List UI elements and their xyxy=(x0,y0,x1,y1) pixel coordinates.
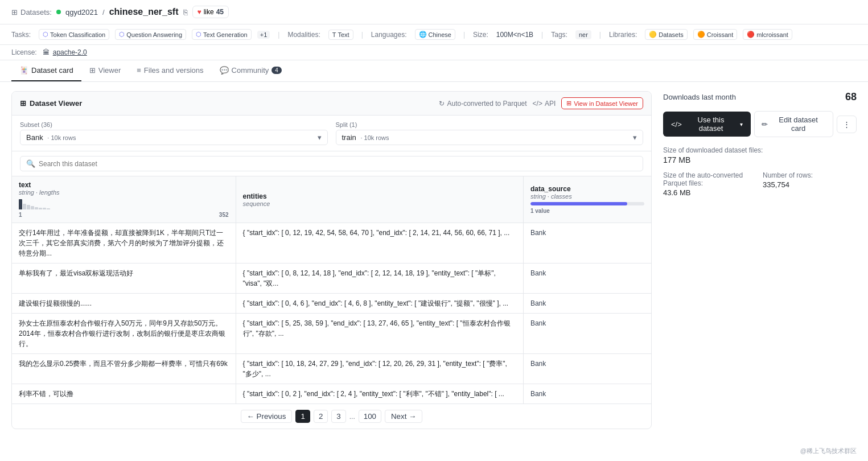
more-options-btn[interactable]: ⋮ xyxy=(837,116,857,133)
viewer-title-text: Dataset Viewer xyxy=(30,99,82,108)
search-input[interactable] xyxy=(39,160,637,168)
split-label: Split (1) xyxy=(336,121,644,128)
tabs-nav: 🃏 Dataset card ⊞ Viewer ≡ Files and vers… xyxy=(0,60,868,82)
search-row: 🔍 xyxy=(12,151,651,176)
use-dataset-label: Use this dataset xyxy=(685,116,737,133)
divider3: | xyxy=(463,31,465,39)
use-dataset-btn[interactable]: </> Use this dataset ▾ xyxy=(663,112,751,137)
refresh-icon: ↻ xyxy=(439,100,445,108)
page-1-btn[interactable]: 1 xyxy=(295,410,310,423)
org-name[interactable]: qgyd2021 xyxy=(65,8,98,17)
table-row: 孙女士在原恒泰农村合作银行存入50万元，同年9月又存款50万元。2014年，恒泰… xyxy=(12,314,651,354)
task2-chip[interactable]: ⬡ Question Answering xyxy=(115,29,186,40)
stats-grid: Size of the auto-converted Parquet files… xyxy=(663,171,857,197)
table-row: 建设银行提额很慢的...... { "start_idx": [ 0, 4, 6… xyxy=(12,294,651,314)
text-cell-5: 我的怎么显示0.25费率，而且不管分多少期都一样费率，可惜只有69k xyxy=(12,354,236,384)
viewer-icon: ⊞ xyxy=(89,66,96,75)
grid-icon: ⊞ xyxy=(11,8,18,17)
like-label: like xyxy=(204,8,214,16)
modality-chip[interactable]: T Text xyxy=(328,30,353,40)
split-selector[interactable]: train · 10k rows ▾ xyxy=(336,130,644,145)
table-icon: ⊞ xyxy=(20,99,26,108)
tab-dataset-card[interactable]: 🃏 Dataset card xyxy=(11,60,81,81)
rows-stat-value: 335,754 xyxy=(763,180,857,189)
task1-icon: ⬡ xyxy=(43,31,48,38)
code-icon: </> xyxy=(533,100,542,108)
tab-community-label: Community xyxy=(232,66,269,75)
lib3-icon: 🔴 xyxy=(747,31,755,38)
page-3-btn[interactable]: 3 xyxy=(331,410,345,423)
community-badge: 4 xyxy=(271,67,282,74)
task2-icon: ⬡ xyxy=(119,31,125,38)
viewer-card: ⊞ Dataset Viewer ↻ Auto-converted to Par… xyxy=(11,91,652,429)
next-btn[interactable]: Next → xyxy=(385,410,422,423)
lib1-chip[interactable]: 🟡 Datasets xyxy=(645,29,687,40)
page-100-btn[interactable]: 100 xyxy=(359,410,381,423)
language-label: Chinese xyxy=(429,31,451,38)
api-link[interactable]: </> API xyxy=(533,100,556,108)
tab-viewer[interactable]: ⊞ Viewer xyxy=(81,60,129,81)
source-cell-4: Bank xyxy=(523,314,651,354)
view-in-viewer-btn[interactable]: ⊞ View in Dataset Viewer xyxy=(561,97,643,109)
lib2-icon: 🟠 xyxy=(697,31,705,38)
rows-stat: Number of rows: 335,754 xyxy=(763,171,857,197)
text-cell-1: 交行14年用过，半年准备提额，却直接被降到1K，半年期间只T过一次三千，其它全部… xyxy=(12,223,236,264)
tag1-chip[interactable]: ner xyxy=(575,30,591,39)
prev-btn[interactable]: ← Previous xyxy=(241,410,293,423)
table-wrap: text string · lengths xyxy=(12,176,651,404)
tags-label: Tags: xyxy=(551,31,567,39)
license-icon: 🏛 xyxy=(43,48,50,56)
task1-chip[interactable]: ⬡ Token Classification xyxy=(39,29,109,40)
code-brackets-icon: </> xyxy=(671,120,682,129)
divider2: | xyxy=(361,31,363,39)
copy-icon[interactable]: ⎘ xyxy=(183,8,188,17)
license-row: License: 🏛 apache-2.0 xyxy=(0,45,868,60)
entities-cell-3: { "start_idx": [ 0, 4, 6 ], "end_idx": [… xyxy=(236,294,523,314)
entities-cell-5: { "start_idx": [ 10, 18, 24, 27, 29 ], "… xyxy=(236,354,523,384)
lib3-chip[interactable]: 🔴 mlcroissant xyxy=(743,29,792,40)
subset-selector[interactable]: Bank · 10k rows ▾ xyxy=(20,130,328,145)
language-chip[interactable]: 🌐 Chinese xyxy=(415,29,455,40)
table-row: 交行14年用过，半年准备提额，却直接被降到1K，半年期间只T过一次三千，其它全部… xyxy=(12,223,651,264)
entities-cell-2: { "start_idx": [ 0, 8, 12, 14, 18 ], "en… xyxy=(236,264,523,294)
lib1-label: Datasets xyxy=(659,31,683,38)
pencil-icon: ✏ xyxy=(762,120,768,129)
edit-card-btn[interactable]: ✏ Edit dataset card xyxy=(754,111,833,137)
size-label: Size: xyxy=(473,31,488,39)
text-cell-3: 建设银行提额很慢的...... xyxy=(12,294,236,314)
task3-chip[interactable]: ⬡ Text Generation xyxy=(192,29,252,40)
size-stat-value: 177 MB xyxy=(663,155,857,164)
lib2-chip[interactable]: 🟠 Croissant xyxy=(693,29,737,40)
rows-stat-label: Number of rows: xyxy=(763,171,857,179)
edit-card-label: Edit dataset card xyxy=(771,116,826,133)
tasks-plus: +1 xyxy=(257,31,270,39)
libraries-label: Libraries: xyxy=(609,31,637,39)
main-layout: ⊞ Dataset Viewer ↻ Auto-converted to Par… xyxy=(0,82,868,438)
subset-value: Bank xyxy=(26,133,43,142)
like-count: 45 xyxy=(216,8,224,16)
subset-chevron: ▾ xyxy=(318,133,322,142)
tasks-label: Tasks: xyxy=(11,31,31,39)
source-cell-1: Bank xyxy=(523,223,651,264)
auto-converted-link[interactable]: ↻ Auto-converted to Parquet xyxy=(439,100,526,108)
license-value[interactable]: apache-2.0 xyxy=(53,48,87,56)
split-rows: · 10k rows xyxy=(360,134,389,141)
downloads-count: 68 xyxy=(845,91,857,103)
subset-group: Subset (36) Bank · 10k rows ▾ xyxy=(20,121,328,145)
page-ellipsis: ... xyxy=(349,413,355,421)
heart-icon: ♥ xyxy=(198,8,201,16)
modality-label: Text xyxy=(338,31,349,38)
tab-community[interactable]: 💬 Community 4 xyxy=(212,60,290,81)
pagination: ← Previous 1 2 3 ... 100 Next → xyxy=(12,404,651,429)
tab-files[interactable]: ≡ Files and versions xyxy=(129,60,211,81)
lib3-label: mlcroissant xyxy=(756,31,788,38)
api-label: API xyxy=(545,100,556,108)
page-2-btn[interactable]: 2 xyxy=(314,410,328,423)
viewer-actions: ↻ Auto-converted to Parquet </> API ⊞ Vi… xyxy=(439,97,643,109)
split-chevron: ▾ xyxy=(633,133,637,142)
downloads-label: Downloads last month xyxy=(663,93,736,101)
task1-label: Token Classification xyxy=(50,31,105,38)
subset-rows: · 10k rows xyxy=(47,134,76,141)
table-row: 利率不错，可以撸 { "start_idx": [ 0, 2 ], "end_i… xyxy=(12,384,651,404)
like-button[interactable]: ♥ like 45 xyxy=(192,6,229,18)
